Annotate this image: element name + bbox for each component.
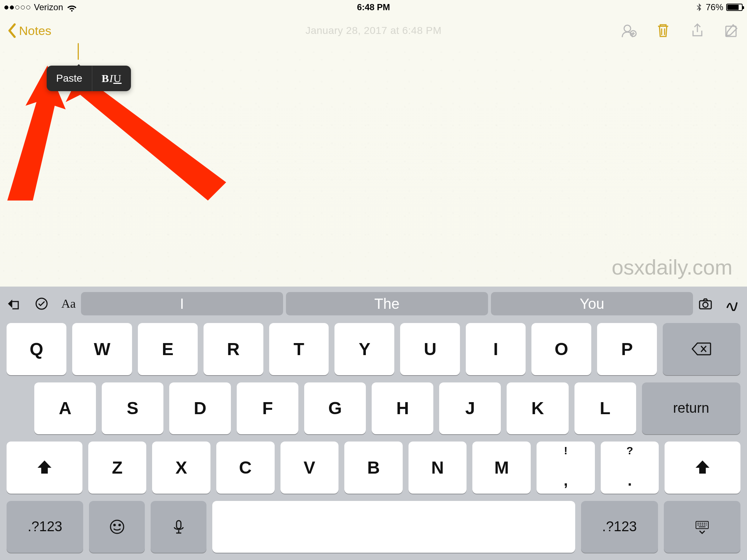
key-o[interactable]: O [531, 323, 591, 375]
collaborate-icon[interactable] [621, 23, 637, 39]
carrier-label: Verizon [34, 2, 63, 12]
key-b[interactable]: B [344, 442, 403, 494]
key-row-3: Z X C V B N M ! , ? . [0, 438, 747, 497]
numbers-key-left[interactable]: .?123 [7, 501, 83, 553]
key-j[interactable]: J [439, 382, 501, 435]
key-s[interactable]: S [102, 382, 163, 435]
trash-icon[interactable] [655, 23, 671, 39]
emoji-key[interactable] [89, 501, 145, 553]
svg-rect-11 [177, 521, 181, 529]
status-time: 6:48 PM [357, 2, 390, 12]
battery-icon [726, 4, 743, 11]
key-u[interactable]: U [400, 323, 460, 375]
nav-actions [621, 23, 740, 39]
compose-icon[interactable] [724, 23, 740, 39]
wifi-icon [67, 2, 77, 12]
return-key[interactable]: return [642, 382, 740, 435]
context-menu: Paste BIU [47, 66, 131, 91]
key-row-4: .?123 .?123 [0, 497, 747, 557]
nav-bar: Notes January 28, 2017 at 6:48 PM [0, 15, 747, 47]
checklist-icon[interactable] [34, 296, 49, 311]
shift-key-left[interactable] [7, 442, 82, 494]
key-t[interactable]: T [269, 323, 329, 375]
back-label: Notes [19, 24, 51, 38]
key-f[interactable]: F [237, 382, 298, 435]
svg-point-9 [114, 524, 115, 526]
key-z[interactable]: Z [88, 442, 147, 494]
hide-keyboard-key[interactable] [664, 501, 740, 553]
key-h[interactable]: H [372, 382, 433, 435]
key-period[interactable]: ? . [601, 442, 659, 494]
key-comma[interactable]: ! , [537, 442, 595, 494]
watermark: osxdaily.com [612, 255, 732, 279]
predictive-row: Aa I The You [0, 287, 747, 319]
key-d[interactable]: D [169, 382, 231, 435]
status-left: Verizon [4, 2, 77, 12]
key-w[interactable]: W [72, 323, 132, 375]
keyboard: Aa I The You Q W E R T Y U I O P A S D F [0, 287, 747, 560]
key-row-2: A S D F G H J K L return [0, 379, 747, 438]
svg-point-7 [703, 302, 708, 307]
key-r[interactable]: R [204, 323, 263, 375]
svg-point-0 [624, 25, 631, 32]
prediction-3[interactable]: You [491, 292, 693, 315]
key-p[interactable]: P [597, 323, 657, 375]
prediction-1[interactable]: I [81, 292, 283, 315]
spacebar[interactable] [212, 501, 575, 553]
text-format-icon[interactable]: Aa [61, 297, 76, 311]
shift-key-right[interactable] [665, 442, 740, 494]
key-v[interactable]: V [280, 442, 339, 494]
key-k[interactable]: K [507, 382, 568, 435]
key-q[interactable]: Q [7, 323, 66, 375]
status-bar: Verizon 6:48 PM 76% [0, 0, 747, 15]
predictions: I The You [81, 292, 693, 315]
backspace-key[interactable] [663, 323, 740, 375]
biu-icon: BIU [102, 72, 122, 85]
key-c[interactable]: C [216, 442, 275, 494]
back-button[interactable]: Notes [7, 23, 51, 38]
prediction-2[interactable]: The [286, 292, 488, 315]
format-biu-button[interactable]: BIU [92, 66, 131, 91]
dictation-key[interactable] [151, 501, 206, 553]
svg-point-8 [111, 520, 124, 533]
bluetooth-icon [695, 3, 703, 11]
sketch-icon[interactable] [725, 296, 740, 311]
key-g[interactable]: G [304, 382, 366, 435]
key-row-1: Q W E R T Y U I O P [0, 319, 747, 379]
paste-button[interactable]: Paste [47, 66, 92, 91]
battery-pct: 76% [706, 2, 723, 12]
key-l[interactable]: L [574, 382, 636, 435]
key-a[interactable]: A [34, 382, 96, 435]
camera-icon[interactable] [698, 296, 713, 311]
status-right: 76% [695, 2, 743, 12]
cell-signal-icon [4, 5, 30, 9]
key-y[interactable]: Y [334, 323, 394, 375]
key-e[interactable]: E [138, 323, 198, 375]
undo-icon[interactable] [7, 296, 22, 311]
numbers-key-right[interactable]: .?123 [581, 501, 658, 553]
key-n[interactable]: N [409, 442, 467, 494]
key-i[interactable]: I [466, 323, 526, 375]
svg-point-10 [119, 524, 120, 526]
key-m[interactable]: M [472, 442, 531, 494]
key-x[interactable]: X [152, 442, 210, 494]
note-date: January 28, 2017 at 6:48 PM [305, 25, 441, 36]
share-icon[interactable] [689, 23, 705, 39]
